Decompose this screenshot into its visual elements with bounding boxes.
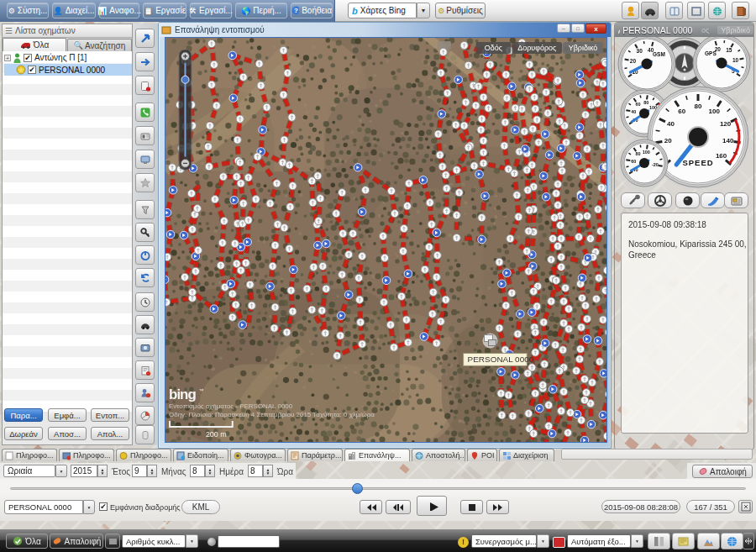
svg-text:GSM: GSM: [653, 51, 665, 57]
svg-text:15: 15: [726, 47, 732, 53]
svg-text:100: 100: [643, 150, 650, 155]
svg-text:200 m: 200 m: [206, 430, 227, 439]
svg-text:140: 140: [722, 137, 734, 145]
svg-text:SPEED: SPEED: [682, 158, 713, 167]
svg-text:-20: -20: [652, 162, 659, 167]
svg-text:80: 80: [695, 103, 702, 110]
svg-text:40: 40: [667, 120, 675, 128]
svg-text:PERSONAL 0000: PERSONAL 0000: [468, 355, 534, 364]
svg-text:40: 40: [631, 109, 636, 114]
svg-text:20: 20: [664, 137, 672, 145]
svg-text:GPS: GPS: [705, 50, 717, 56]
svg-text:Οδηγ. Πλαίσιο: Παρασκευή 4 Σεπ: Οδηγ. Πλαίσιο: Παρασκευή 4 Σεπτεμβρίου 2…: [169, 411, 375, 418]
svg-text:bing: bing: [169, 386, 196, 402]
svg-text:Δορυφόρος: Δορυφόρος: [517, 44, 557, 52]
svg-text:60: 60: [678, 108, 685, 115]
svg-text:60: 60: [635, 102, 640, 107]
svg-text:?: ?: [294, 7, 298, 14]
svg-text:10: 10: [732, 57, 739, 63]
svg-text:30: 30: [637, 48, 643, 54]
svg-text:100: 100: [709, 108, 721, 115]
svg-text:120: 120: [720, 120, 732, 128]
svg-text:80: 80: [643, 100, 648, 105]
svg-text:20: 20: [630, 58, 637, 64]
svg-text:160: 160: [716, 152, 727, 160]
svg-text:80: 80: [635, 151, 640, 156]
svg-text:60: 60: [631, 159, 636, 164]
svg-text:Οδός: Οδός: [485, 44, 503, 52]
svg-text:Υβριδικό: Υβριδικό: [569, 44, 598, 52]
svg-text:Εντοπισμός οχήματος - PERSONAL: Εντοπισμός οχήματος - PERSONAL 0000: [169, 402, 293, 410]
svg-text:™: ™: [199, 388, 204, 393]
